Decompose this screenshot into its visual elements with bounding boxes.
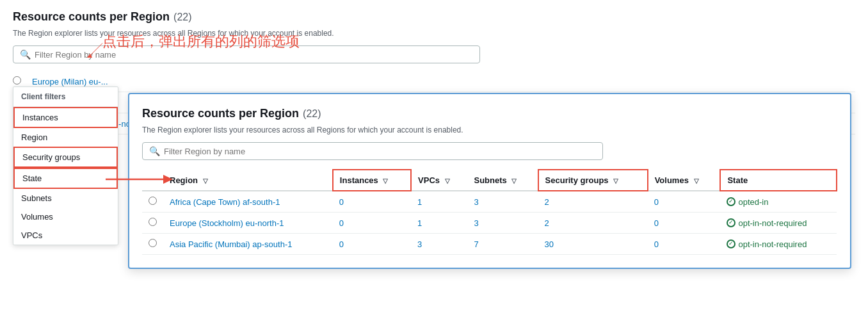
td-vpcs-3: 3: [411, 234, 467, 255]
radio-cell-3[interactable]: [142, 234, 163, 255]
radio-cell[interactable]: [13, 76, 32, 86]
td-subnets-3: 7: [467, 234, 538, 255]
state-badge-2: opt-in-not-required: [727, 218, 830, 228]
region-link-milan[interactable]: Europe (Milan) eu-...: [32, 77, 108, 86]
vpcs-link-3[interactable]: 3: [417, 239, 422, 249]
td-subnets-1: 3: [467, 191, 538, 213]
vpcs-link-2[interactable]: 1: [417, 218, 422, 228]
instances-link-1[interactable]: 0: [339, 197, 344, 207]
red-box-filter-group: Instances: [13, 107, 118, 128]
th-security-groups[interactable]: Security groups ▽: [538, 170, 648, 191]
td-instances-1: 0: [333, 191, 411, 213]
subnets-link-2[interactable]: 3: [474, 218, 478, 228]
popup-panel: Resource counts per Region (22) The Regi…: [128, 93, 851, 269]
th-vpcs[interactable]: VPCs ▽: [411, 170, 467, 191]
red-box-filter-state: State: [13, 168, 118, 189]
volumes-link-1[interactable]: 0: [654, 197, 659, 207]
popup-search-icon: 🔍: [149, 146, 160, 156]
td-security-2: 2: [538, 213, 648, 234]
popup-count: (22): [303, 108, 321, 120]
region-link-2[interactable]: Europe (Stockholm) eu-north-1: [170, 218, 284, 228]
page-wrapper: Resource counts per Region (22) The Regi…: [0, 0, 868, 324]
state-badge-3: opt-in-not-required: [727, 239, 830, 249]
security-link-2[interactable]: 2: [545, 218, 549, 228]
volumes-link-2[interactable]: 0: [654, 218, 659, 228]
td-subnets-2: 3: [467, 213, 538, 234]
check-icon-1: [727, 197, 735, 206]
resource-table: Region ▽ Instances ▽ VPCs ▽ Subnets ▽: [142, 169, 837, 255]
th-state[interactable]: State: [720, 170, 837, 191]
td-volumes-3: 0: [648, 234, 721, 255]
sort-icon-security[interactable]: ▽: [613, 177, 618, 184]
filter-item-instances[interactable]: Instances: [15, 108, 117, 127]
td-region-1: Africa (Cape Town) af-south-1: [163, 191, 333, 213]
popup-search-bar[interactable]: 🔍: [142, 142, 603, 160]
instances-link-2[interactable]: 0: [339, 218, 344, 228]
vpcs-link-1[interactable]: 1: [417, 197, 422, 207]
td-volumes-1: 0: [648, 191, 721, 213]
radio-cell-1[interactable]: [142, 191, 163, 213]
td-instances-2: 0: [333, 213, 411, 234]
state-badge-1: opted-in: [727, 197, 830, 207]
popup-title: Resource counts per Region: [142, 107, 299, 120]
check-icon-2: [727, 218, 735, 227]
th-region[interactable]: Region ▽: [163, 170, 333, 191]
table-row: Africa (Cape Town) af-south-1 0 1 3 2: [142, 191, 837, 213]
instances-link-3[interactable]: 0: [339, 239, 344, 249]
td-instances-3: 0: [333, 234, 411, 255]
table-row: Asia Pacific (Mumbai) ap-south-1 0 3 7 3…: [142, 234, 837, 255]
check-icon-3: [727, 239, 735, 248]
th-instances[interactable]: Instances ▽: [333, 170, 411, 191]
security-link-3[interactable]: 30: [545, 239, 554, 249]
filter-item-volumes[interactable]: Volumes: [13, 207, 118, 226]
region-link-1[interactable]: Africa (Cape Town) af-south-1: [170, 197, 280, 207]
td-volumes-2: 0: [648, 213, 721, 234]
filter-item-subnets[interactable]: Subnets: [13, 189, 118, 207]
popup-subtitle: The Region explorer lists your resources…: [142, 126, 837, 134]
td-security-1: 2: [538, 191, 648, 213]
sort-icon-vpcs[interactable]: ▽: [445, 177, 450, 184]
main-search-input[interactable]: [35, 50, 473, 60]
th-radio: [142, 170, 163, 191]
sort-icon-subnets[interactable]: ▽: [511, 177, 517, 184]
subnets-link-1[interactable]: 3: [474, 197, 478, 207]
sort-icon-volumes[interactable]: ▽: [694, 177, 699, 184]
filter-item-region[interactable]: Region: [13, 128, 118, 147]
page-subtitle: The Region explorer lists your resources…: [13, 29, 855, 38]
filter-item-security-groups[interactable]: Security groups: [15, 148, 117, 166]
security-link-1[interactable]: 2: [545, 197, 549, 207]
th-volumes[interactable]: Volumes ▽: [648, 170, 721, 191]
table-header-row: Region ▽ Instances ▽ VPCs ▽ Subnets ▽: [142, 170, 837, 191]
table-row: Europe (Stockholm) eu-north-1 0 1 3 2: [142, 213, 837, 234]
dropdown-header: Client filters: [13, 87, 118, 107]
bg-row-milan: Europe (Milan) eu-...: [13, 71, 855, 92]
main-search-bar[interactable]: 🔍: [13, 45, 480, 63]
sort-icon-instances[interactable]: ▽: [383, 177, 388, 184]
th-subnets[interactable]: Subnets ▽: [467, 170, 538, 191]
subnets-link-3[interactable]: 7: [474, 239, 478, 249]
td-vpcs-2: 1: [411, 213, 467, 234]
td-region-3: Asia Pacific (Mumbai) ap-south-1: [163, 234, 333, 255]
filter-dropdown-panel: Client filters Instances Region Security…: [13, 86, 118, 245]
page-title: Resource counts per Region: [13, 10, 170, 24]
td-state-1: opted-in: [720, 191, 837, 213]
td-region-2: Europe (Stockholm) eu-north-1: [163, 213, 333, 234]
td-security-3: 30: [538, 234, 648, 255]
radio-cell-2[interactable]: [142, 213, 163, 234]
volumes-link-3[interactable]: 0: [654, 239, 659, 249]
td-vpcs-1: 1: [411, 191, 467, 213]
td-state-3: opt-in-not-required: [720, 234, 837, 255]
region-link-3[interactable]: Asia Pacific (Mumbai) ap-south-1: [170, 239, 292, 249]
filter-item-vpcs[interactable]: VPCs: [13, 226, 118, 245]
red-box-filter-security: Security groups: [13, 147, 118, 168]
search-icon: 🔍: [20, 49, 31, 60]
page-count: (22): [173, 12, 191, 23]
td-state-2: opt-in-not-required: [720, 213, 837, 234]
popup-search-input[interactable]: [164, 147, 596, 156]
filter-item-state[interactable]: State: [15, 169, 117, 188]
sort-icon-region[interactable]: ▽: [203, 177, 208, 184]
